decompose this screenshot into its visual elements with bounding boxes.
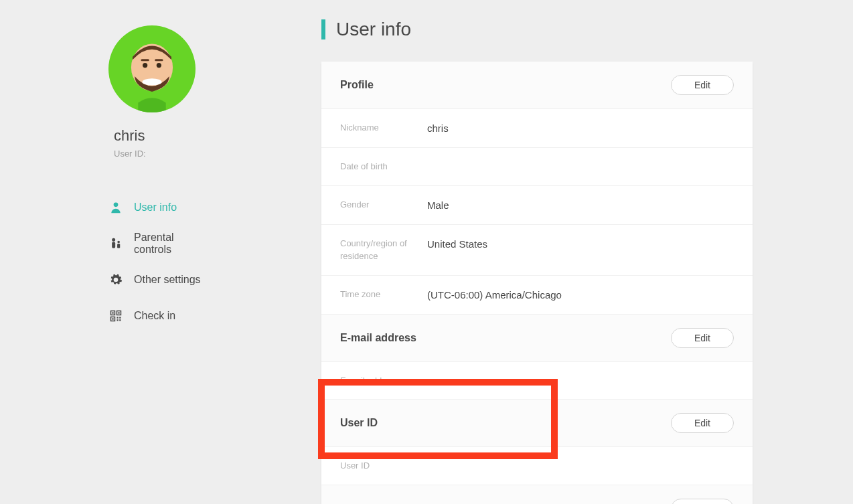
- nav-user-info-label: User info: [134, 201, 177, 214]
- svg-rect-17: [117, 317, 119, 319]
- svg-point-6: [114, 203, 119, 207]
- userid-row: User ID: [321, 447, 753, 485]
- user-icon: [108, 200, 123, 215]
- svg-rect-20: [119, 319, 121, 321]
- svg-rect-19: [117, 319, 119, 321]
- password-header: Password Edit: [321, 485, 753, 505]
- gear-icon: [108, 272, 123, 287]
- svg-rect-14: [112, 312, 113, 313]
- svg-rect-15: [118, 312, 119, 313]
- svg-rect-5: [155, 59, 163, 61]
- gender-label: Gender: [340, 198, 427, 212]
- svg-point-1: [142, 78, 161, 85]
- main-content: User info Profile Edit Nickname chris Da…: [214, 0, 853, 504]
- settings-card: Profile Edit Nickname chris Date of birt…: [321, 62, 753, 504]
- profile-header: Profile Edit: [321, 62, 753, 109]
- nav-parental-label: Parental controls: [134, 232, 214, 256]
- svg-point-2: [143, 63, 147, 68]
- sidebar: chris User ID: User info Parental contro…: [0, 0, 214, 504]
- email-field-label: E-mail address: [340, 374, 427, 388]
- password-edit-button[interactable]: Edit: [671, 499, 734, 505]
- parental-icon: [108, 236, 123, 251]
- username: chris: [114, 127, 214, 145]
- userid-title: User ID: [340, 417, 378, 429]
- page-title-accent: [321, 19, 325, 39]
- profile-gender-row: Gender Male: [321, 186, 753, 225]
- avatar-face-icon: [117, 36, 187, 112]
- nickname-label: Nickname: [340, 121, 427, 135]
- page-title-row: User info: [321, 19, 753, 40]
- qr-icon: [108, 309, 123, 323]
- profile-timezone-row: Time zone (UTC-06:00) America/Chicago: [321, 276, 753, 315]
- timezone-value: (UTC-06:00) America/Chicago: [427, 288, 562, 302]
- avatar-container: [108, 25, 214, 112]
- sidebar-userid: User ID:: [114, 149, 214, 159]
- page-title: User info: [336, 19, 411, 40]
- svg-rect-9: [112, 242, 115, 248]
- svg-rect-18: [119, 317, 121, 319]
- svg-point-7: [112, 238, 115, 242]
- profile-edit-button[interactable]: Edit: [671, 75, 734, 95]
- nav-user-info[interactable]: User info: [108, 189, 214, 226]
- svg-rect-16: [112, 318, 113, 319]
- userid-edit-button[interactable]: Edit: [671, 413, 734, 433]
- email-row: E-mail address: [321, 362, 753, 400]
- email-title: E-mail address: [340, 332, 416, 344]
- email-header: E-mail address Edit: [321, 315, 753, 362]
- email-edit-button[interactable]: Edit: [671, 328, 734, 348]
- nav-other-label: Other settings: [134, 274, 201, 286]
- dob-label: Date of birth: [340, 160, 427, 173]
- profile-title: Profile: [340, 79, 374, 91]
- nav-parental-controls[interactable]: Parental controls: [108, 226, 214, 262]
- gender-value: Male: [427, 198, 449, 212]
- profile-dob-row: Date of birth: [321, 148, 753, 186]
- sidebar-userid-label: User ID:: [114, 149, 146, 159]
- profile-country-row: Country/region of residence United State…: [321, 225, 753, 276]
- svg-rect-10: [117, 244, 120, 248]
- country-value: United States: [427, 237, 487, 251]
- nav-check-in[interactable]: Check in: [108, 298, 214, 334]
- svg-point-8: [117, 241, 120, 244]
- svg-rect-4: [141, 59, 149, 61]
- nav-list: User info Parental controls Other settin…: [108, 189, 214, 334]
- nav-checkin-label: Check in: [134, 310, 175, 322]
- avatar[interactable]: [108, 25, 196, 112]
- country-label: Country/region of residence: [340, 237, 427, 263]
- timezone-label: Time zone: [340, 288, 427, 301]
- nickname-value: chris: [427, 121, 449, 135]
- nav-other-settings[interactable]: Other settings: [108, 262, 214, 298]
- userid-header: User ID Edit: [321, 400, 753, 447]
- userid-field-label: User ID: [340, 459, 427, 473]
- svg-point-3: [157, 63, 161, 68]
- profile-nickname-row: Nickname chris: [321, 109, 753, 148]
